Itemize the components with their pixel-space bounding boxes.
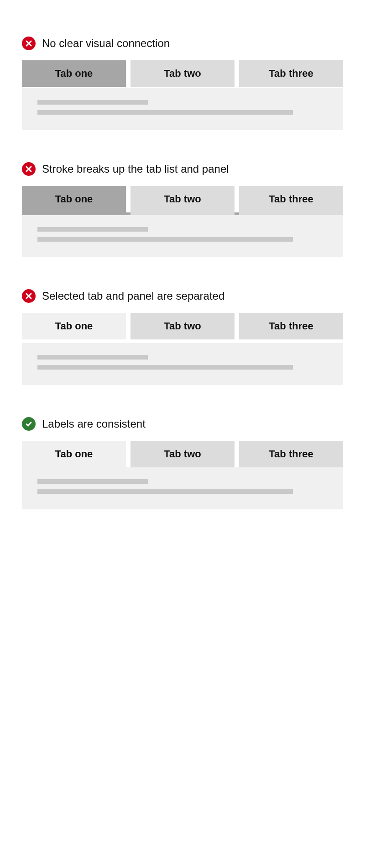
cross-icon [22,162,36,176]
example-stroke-break: Stroke breaks up the tab list and panel … [22,162,343,257]
caption-row: Selected tab and panel are separated [22,289,343,303]
caption-row: No clear visual connection [22,37,343,50]
tab-one[interactable]: Tab one [22,441,126,467]
caption-text: Selected tab and panel are separated [42,290,224,302]
caption-text: Labels are consistent [42,418,146,430]
cross-icon [22,37,36,50]
caption-row: Labels are consistent [22,417,343,431]
tab-one[interactable]: Tab one [22,313,126,339]
tab-two[interactable]: Tab two [130,313,235,339]
tab-panel [22,215,343,257]
placeholder-line [37,110,293,115]
caption-text: Stroke breaks up the tab list and panel [42,163,229,175]
tab-one[interactable]: Tab one [22,186,126,215]
placeholder-line [37,355,148,360]
example-separated: Selected tab and panel are separated Tab… [22,289,343,385]
tab-three[interactable]: Tab three [239,313,343,339]
example-consistent: Labels are consistent Tab one Tab two Ta… [22,417,343,509]
tab-two[interactable]: Tab two [130,186,235,215]
tab-two[interactable]: Tab two [130,60,235,87]
tab-one[interactable]: Tab one [22,60,126,87]
placeholder-line [37,489,293,494]
tab-three[interactable]: Tab three [239,441,343,467]
caption-text: No clear visual connection [42,37,170,50]
tablist: Tab one Tab two Tab three [22,60,343,87]
tab-three[interactable]: Tab three [239,60,343,87]
placeholder-line [37,365,293,370]
placeholder-line [37,479,148,484]
tablist: Tab one Tab two Tab three [22,441,343,467]
tab-panel [22,467,343,509]
example-no-connection: No clear visual connection Tab one Tab t… [22,37,343,130]
placeholder-line [37,237,293,242]
tab-three[interactable]: Tab three [239,186,343,215]
tab-panel [22,88,343,130]
tablist: Tab one Tab two Tab three [22,313,343,339]
placeholder-line [37,100,148,105]
placeholder-line [37,227,148,232]
tablist-with-stroke: Tab one Tab two Tab three [22,186,343,215]
check-icon [22,417,36,431]
cross-icon [22,289,36,303]
tab-panel [22,343,343,385]
tab-two[interactable]: Tab two [130,441,235,467]
caption-row: Stroke breaks up the tab list and panel [22,162,343,176]
tablist: Tab one Tab two Tab three [22,186,343,215]
